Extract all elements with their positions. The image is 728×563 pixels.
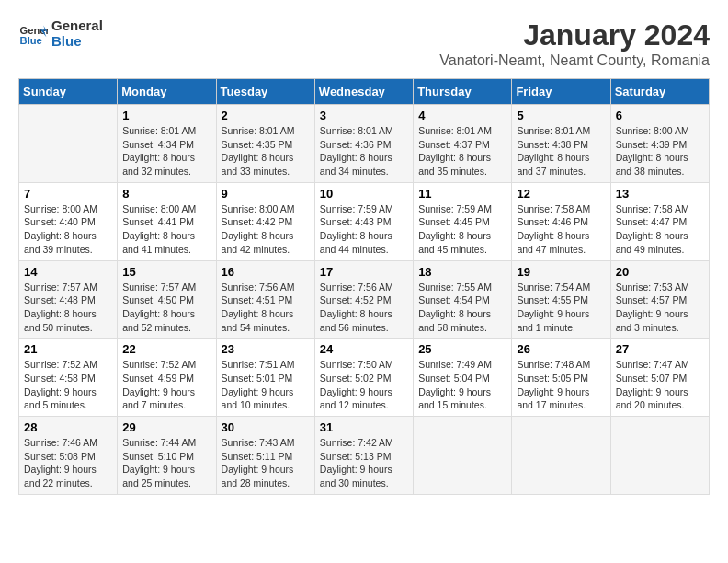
cell-w1-d4: 3Sunrise: 8:01 AMSunset: 4:36 PMDaylight… — [314, 105, 413, 183]
day-number: 4 — [418, 109, 506, 122]
cell-w4-d6: 26Sunrise: 7:48 AMSunset: 5:05 PMDayligh… — [512, 339, 610, 417]
week-row-3: 14Sunrise: 7:57 AMSunset: 4:48 PMDayligh… — [19, 260, 710, 339]
calendar-table: Sunday Monday Tuesday Wednesday Thursday… — [18, 78, 710, 495]
day-number: 1 — [122, 109, 210, 122]
day-number: 5 — [517, 109, 605, 122]
day-info: Sunrise: 7:54 AMSunset: 4:55 PMDaylight:… — [517, 281, 605, 335]
cell-w4-d7: 27Sunrise: 7:47 AMSunset: 5:07 PMDayligh… — [610, 339, 709, 417]
day-info: Sunrise: 7:48 AMSunset: 5:05 PMDaylight:… — [517, 358, 605, 412]
cell-w4-d4: 24Sunrise: 7:50 AMSunset: 5:02 PMDayligh… — [314, 339, 413, 417]
day-number: 22 — [122, 342, 210, 356]
day-info: Sunrise: 7:55 AMSunset: 4:54 PMDaylight:… — [418, 281, 506, 335]
day-info: Sunrise: 8:01 AMSunset: 4:38 PMDaylight:… — [517, 124, 605, 178]
cell-w2-d4: 10Sunrise: 7:59 AMSunset: 4:43 PMDayligh… — [314, 182, 413, 260]
svg-text:Blue: Blue — [20, 35, 42, 46]
header-saturday: Saturday — [610, 79, 709, 105]
day-number: 12 — [517, 187, 605, 201]
cell-w3-d3: 16Sunrise: 7:56 AMSunset: 4:51 PMDayligh… — [216, 260, 314, 339]
day-info: Sunrise: 8:01 AMSunset: 4:35 PMDaylight:… — [222, 124, 310, 178]
calendar-title: January 2024 — [439, 18, 710, 52]
day-info: Sunrise: 7:56 AMSunset: 4:52 PMDaylight:… — [320, 281, 408, 335]
week-row-5: 28Sunrise: 7:46 AMSunset: 5:08 PMDayligh… — [19, 417, 710, 495]
cell-w2-d6: 12Sunrise: 7:58 AMSunset: 4:46 PMDayligh… — [512, 182, 610, 260]
day-number: 21 — [24, 342, 112, 356]
logo-line1: General — [51, 18, 103, 34]
day-number: 30 — [222, 420, 310, 434]
header-tuesday: Tuesday — [216, 79, 314, 105]
day-info: Sunrise: 7:51 AMSunset: 5:01 PMDaylight:… — [222, 358, 310, 412]
day-info: Sunrise: 7:50 AMSunset: 5:02 PMDaylight:… — [320, 358, 408, 412]
logo-line2: Blue — [51, 34, 103, 50]
day-number: 17 — [320, 265, 408, 279]
day-number: 31 — [320, 420, 408, 434]
cell-w3-d5: 18Sunrise: 7:55 AMSunset: 4:54 PMDayligh… — [414, 260, 512, 339]
header-monday: Monday — [118, 79, 216, 105]
cell-w2-d1: 7Sunrise: 8:00 AMSunset: 4:40 PMDaylight… — [19, 182, 118, 260]
week-row-4: 21Sunrise: 7:52 AMSunset: 4:58 PMDayligh… — [19, 339, 710, 417]
day-number: 20 — [616, 265, 704, 279]
cell-w5-d7 — [610, 417, 709, 495]
cell-w2-d3: 9Sunrise: 8:00 AMSunset: 4:42 PMDaylight… — [216, 182, 314, 260]
day-info: Sunrise: 7:59 AMSunset: 4:43 PMDaylight:… — [320, 202, 408, 257]
header-sunday: Sunday — [19, 79, 118, 105]
day-info: Sunrise: 7:52 AMSunset: 4:58 PMDaylight:… — [24, 358, 112, 412]
cell-w2-d7: 13Sunrise: 7:58 AMSunset: 4:47 PMDayligh… — [610, 182, 709, 260]
cell-w4-d5: 25Sunrise: 7:49 AMSunset: 5:04 PMDayligh… — [414, 339, 512, 417]
cell-w1-d3: 2Sunrise: 8:01 AMSunset: 4:35 PMDaylight… — [216, 105, 314, 183]
day-info: Sunrise: 7:56 AMSunset: 4:51 PMDaylight:… — [222, 281, 310, 335]
cell-w2-d2: 8Sunrise: 8:00 AMSunset: 4:41 PMDaylight… — [118, 182, 216, 260]
day-info: Sunrise: 8:01 AMSunset: 4:37 PMDaylight:… — [418, 124, 506, 178]
cell-w5-d6 — [512, 417, 610, 495]
cell-w2-d5: 11Sunrise: 7:59 AMSunset: 4:45 PMDayligh… — [414, 182, 512, 260]
cell-w1-d6: 5Sunrise: 8:01 AMSunset: 4:38 PMDaylight… — [512, 105, 610, 183]
day-number: 10 — [320, 187, 408, 201]
day-info: Sunrise: 7:58 AMSunset: 4:46 PMDaylight:… — [517, 202, 605, 257]
day-info: Sunrise: 8:00 AMSunset: 4:41 PMDaylight:… — [122, 202, 210, 257]
day-number: 28 — [24, 420, 112, 434]
day-info: Sunrise: 7:57 AMSunset: 4:50 PMDaylight:… — [122, 281, 210, 335]
day-number: 29 — [122, 420, 210, 434]
day-info: Sunrise: 7:42 AMSunset: 5:13 PMDaylight:… — [320, 436, 408, 490]
day-info: Sunrise: 8:01 AMSunset: 4:36 PMDaylight:… — [320, 124, 408, 178]
cell-w5-d2: 29Sunrise: 7:44 AMSunset: 5:10 PMDayligh… — [118, 417, 216, 495]
day-info: Sunrise: 7:43 AMSunset: 5:11 PMDaylight:… — [222, 436, 310, 490]
cell-w5-d4: 31Sunrise: 7:42 AMSunset: 5:13 PMDayligh… — [314, 417, 413, 495]
day-info: Sunrise: 7:49 AMSunset: 5:04 PMDaylight:… — [418, 358, 506, 412]
day-number: 2 — [222, 109, 310, 122]
day-info: Sunrise: 7:59 AMSunset: 4:45 PMDaylight:… — [418, 202, 506, 257]
week-row-1: 1Sunrise: 8:01 AMSunset: 4:34 PMDaylight… — [19, 105, 710, 183]
day-info: Sunrise: 7:58 AMSunset: 4:47 PMDaylight:… — [616, 202, 704, 257]
day-info: Sunrise: 7:57 AMSunset: 4:48 PMDaylight:… — [24, 281, 112, 335]
cell-w5-d5 — [414, 417, 512, 495]
day-info: Sunrise: 7:52 AMSunset: 4:59 PMDaylight:… — [122, 358, 210, 412]
day-number: 15 — [122, 265, 210, 279]
header-friday: Friday — [512, 79, 610, 105]
cell-w3-d2: 15Sunrise: 7:57 AMSunset: 4:50 PMDayligh… — [118, 260, 216, 339]
day-number: 19 — [517, 265, 605, 279]
day-number: 23 — [222, 342, 310, 356]
day-number: 8 — [122, 187, 210, 201]
calendar-subtitle: Vanatori-Neamt, Neamt County, Romania — [439, 52, 710, 69]
cell-w1-d7: 6Sunrise: 8:00 AMSunset: 4:39 PMDaylight… — [610, 105, 709, 183]
day-number: 26 — [517, 342, 605, 356]
cell-w4-d1: 21Sunrise: 7:52 AMSunset: 4:58 PMDayligh… — [19, 339, 118, 417]
day-info: Sunrise: 7:53 AMSunset: 4:57 PMDaylight:… — [616, 281, 704, 335]
day-info: Sunrise: 8:00 AMSunset: 4:42 PMDaylight:… — [222, 202, 310, 257]
day-number: 3 — [320, 109, 408, 122]
cell-w1-d2: 1Sunrise: 8:01 AMSunset: 4:34 PMDaylight… — [118, 105, 216, 183]
week-row-2: 7Sunrise: 8:00 AMSunset: 4:40 PMDaylight… — [19, 182, 710, 260]
day-info: Sunrise: 8:00 AMSunset: 4:39 PMDaylight:… — [616, 124, 704, 178]
day-number: 18 — [418, 265, 506, 279]
title-section: January 2024 Vanatori-Neamt, Neamt Count… — [439, 18, 710, 69]
day-number: 7 — [24, 187, 112, 201]
day-info: Sunrise: 7:46 AMSunset: 5:08 PMDaylight:… — [24, 436, 112, 490]
day-info: Sunrise: 7:47 AMSunset: 5:07 PMDaylight:… — [616, 358, 704, 412]
calendar-header-row: Sunday Monday Tuesday Wednesday Thursday… — [19, 79, 710, 105]
header-wednesday: Wednesday — [314, 79, 413, 105]
header-thursday: Thursday — [414, 79, 512, 105]
day-number: 24 — [320, 342, 408, 356]
cell-w1-d1 — [19, 105, 118, 183]
day-number: 9 — [222, 187, 310, 201]
day-number: 25 — [418, 342, 506, 356]
logo-icon: General Blue — [18, 19, 48, 49]
